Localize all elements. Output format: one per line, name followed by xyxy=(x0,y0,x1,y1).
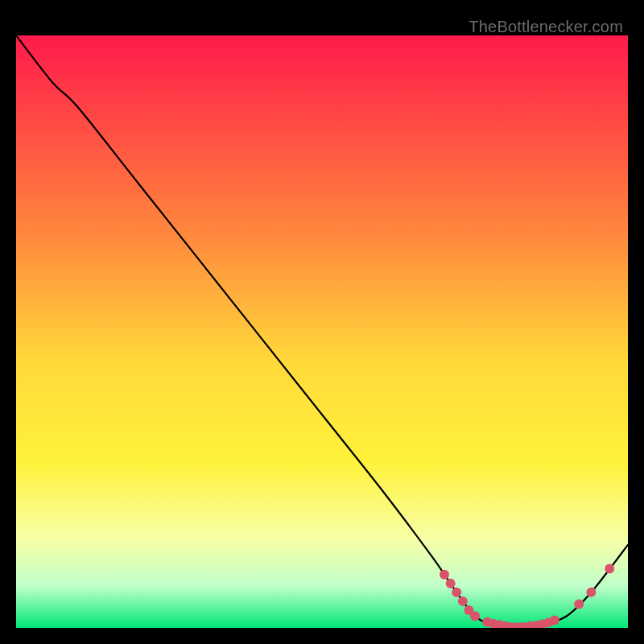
data-marker xyxy=(446,579,456,588)
data-marker xyxy=(550,615,559,625)
data-marker xyxy=(470,611,480,621)
chart-frame: TheBottlenecker.com xyxy=(16,16,628,628)
data-marker xyxy=(586,588,596,597)
bottleneck-curve-chart xyxy=(16,16,628,628)
attribution-text: TheBottlenecker.com xyxy=(469,18,623,36)
data-marker xyxy=(458,597,468,606)
gradient-background xyxy=(16,35,628,628)
data-marker xyxy=(605,564,614,573)
data-marker xyxy=(574,600,584,609)
data-marker xyxy=(452,588,461,597)
data-marker xyxy=(440,570,449,580)
